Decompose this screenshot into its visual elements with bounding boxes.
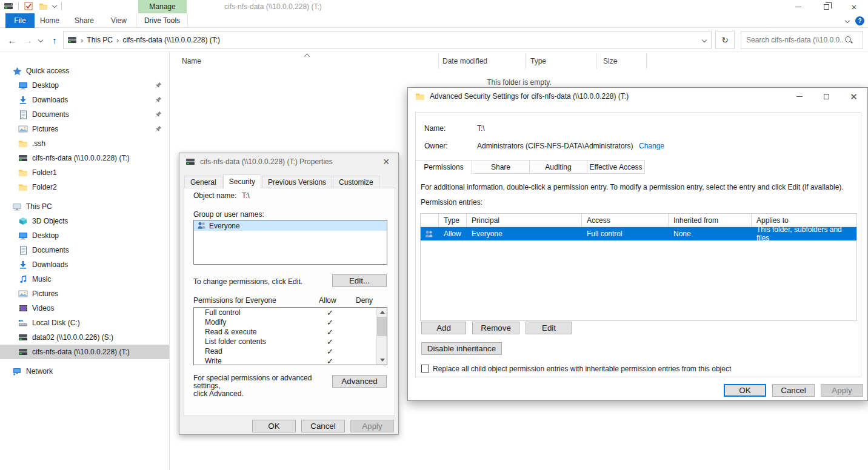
scroll-up-icon[interactable] — [377, 308, 387, 317]
sidebar-item-network[interactable]: Network — [0, 364, 169, 379]
name-value: T:\ — [477, 124, 485, 133]
back-button[interactable]: ← — [5, 28, 19, 52]
sidebar-item-documents[interactable]: Documents — [0, 107, 169, 122]
address-dropdown-chevron-icon[interactable] — [702, 38, 707, 42]
sidebar-item-ssh[interactable]: .ssh — [0, 136, 169, 151]
ok-button[interactable]: OK — [724, 384, 766, 397]
permissions-list[interactable]: Full control ✓ Modify ✓ Read & execute ✓… — [193, 307, 387, 365]
scrollbar[interactable] — [376, 308, 387, 365]
apply-button: Apply — [350, 420, 394, 432]
qat-dropdown-chevron-icon[interactable] — [52, 2, 57, 7]
permission-row-full-control[interactable]: Full control ✓ — [194, 308, 387, 317]
search-box[interactable] — [741, 31, 863, 49]
column-header-name[interactable]: Name — [182, 53, 201, 69]
tab-security[interactable]: Security — [223, 174, 261, 188]
close-icon: × — [852, 2, 857, 12]
sidebar-item-music[interactable]: Music — [0, 272, 169, 286]
sidebar-item-pictures-pc[interactable]: Pictures — [0, 286, 169, 301]
refresh-button[interactable]: ↻ — [715, 31, 735, 49]
sidebar-item-desktop[interactable]: Desktop — [0, 78, 169, 93]
tab-previous-versions[interactable]: Previous Versions — [262, 176, 332, 188]
close-button[interactable]: ✕ — [840, 88, 867, 105]
sidebar-item-data02[interactable]: data02 (\\10.0.0.226) (S:) — [0, 330, 169, 345]
advanced-note: For special permissions or advanced sett… — [193, 374, 330, 398]
maximize-button[interactable] — [813, 88, 840, 105]
minimize-button[interactable] — [786, 88, 813, 105]
scrollbar-thumb[interactable] — [377, 317, 387, 336]
cancel-button[interactable]: Cancel — [301, 420, 345, 432]
inherited-from-column-header[interactable]: Inherited from — [669, 214, 752, 227]
sidebar-item-downloads[interactable]: Downloads — [0, 93, 169, 107]
sidebar-item-cifs-nfs-data-pc[interactable]: cifs-nfs-data (\\10.0.0.228) (T:) — [0, 345, 169, 359]
edit-button[interactable]: Edit — [526, 322, 572, 334]
advanced-button[interactable]: Advanced — [332, 375, 387, 388]
forward-button[interactable]: → — [21, 28, 35, 52]
new-folder-button-icon[interactable] — [38, 1, 48, 11]
sidebar-item-local-disk-c[interactable]: Local Disk (C:) — [0, 316, 169, 330]
tab-drive-tools[interactable]: Drive Tools — [136, 13, 188, 28]
history-chevron-icon[interactable] — [35, 28, 46, 52]
column-header-date-modified[interactable]: Date modified — [442, 53, 487, 69]
tab-general[interactable]: General — [184, 176, 222, 188]
permission-row-read[interactable]: Read ✓ — [194, 346, 387, 356]
sidebar-item-folder1[interactable]: Folder1 — [0, 165, 169, 180]
sidebar-item-desktop-pc[interactable]: Desktop — [0, 228, 169, 243]
properties-button-icon[interactable] — [24, 1, 33, 11]
help-icon[interactable]: ? — [855, 16, 864, 25]
close-button[interactable]: ✕ — [374, 153, 398, 170]
scroll-down-icon[interactable] — [377, 356, 387, 365]
breadcrumb[interactable]: › This PC › cifs-nfs-data (\\10.0.0.228)… — [63, 31, 712, 49]
sidebar-item-3d-objects[interactable]: 3D Objects — [0, 214, 169, 228]
sidebar-item-quick-access[interactable]: Quick access — [0, 64, 169, 78]
ribbon-contextual-header-manage[interactable]: Manage — [138, 0, 187, 13]
tab-home[interactable]: Home — [35, 13, 65, 28]
sidebar-item-cifs-nfs-data[interactable]: cifs-nfs-data (\\10.0.0.228) (T:) — [0, 151, 169, 165]
tab-file[interactable]: File — [5, 13, 35, 28]
breadcrumb-current-folder[interactable]: cifs-nfs-data (\\10.0.0.228) (T:) — [122, 36, 220, 44]
cancel-button[interactable]: Cancel — [772, 384, 815, 397]
group-list[interactable]: Everyone — [193, 220, 387, 265]
object-name-value: T:\ — [242, 191, 250, 200]
sidebar-item-documents-pc[interactable]: Documents — [0, 243, 169, 257]
disable-inheritance-button[interactable]: Disable inheritance — [421, 342, 502, 355]
permission-entry-row[interactable]: Allow Everyone Full control None This fo… — [421, 227, 856, 240]
column-header-type[interactable]: Type — [530, 53, 546, 69]
permission-row-read-execute[interactable]: Read & execute ✓ — [194, 327, 387, 337]
search-input[interactable] — [741, 36, 844, 44]
tab-permissions[interactable]: Permissions — [415, 160, 472, 174]
edit-button[interactable]: Edit... — [332, 274, 387, 287]
type-column-header[interactable]: Type — [439, 214, 467, 227]
restore-button[interactable] — [812, 0, 840, 13]
tab-view[interactable]: View — [103, 13, 135, 28]
sidebar-item-downloads-pc[interactable]: Downloads — [0, 257, 169, 272]
navigation-pane: Quick access Desktop Downloads Documents… — [0, 52, 170, 470]
permission-entries-table: Type Principal Access Inherited from App… — [420, 213, 857, 321]
permission-row-modify[interactable]: Modify ✓ — [194, 317, 387, 327]
sidebar-item-this-pc[interactable]: This PC — [0, 199, 169, 214]
permission-row-list-folder-contents[interactable]: List folder contents ✓ — [194, 337, 387, 346]
tab-customize[interactable]: Customize — [333, 176, 379, 188]
change-owner-link[interactable]: Change — [639, 142, 664, 150]
list-item-everyone[interactable]: Everyone — [194, 220, 387, 231]
add-button[interactable]: Add — [421, 322, 466, 334]
permission-row-write[interactable]: Write ✓ — [194, 356, 387, 365]
tab-effective-access[interactable]: Effective Access — [587, 160, 645, 174]
remove-button[interactable]: Remove — [472, 322, 519, 334]
tab-auditing[interactable]: Auditing — [529, 160, 587, 174]
close-button[interactable]: × — [840, 0, 868, 13]
sidebar-item-folder2[interactable]: Folder2 — [0, 180, 169, 194]
pin-icon — [155, 125, 162, 134]
tab-share[interactable]: Share — [472, 160, 530, 174]
replace-permissions-checkbox[interactable] — [421, 365, 429, 372]
principal-column-header[interactable]: Principal — [467, 214, 582, 227]
minimize-button[interactable] — [784, 0, 812, 13]
access-column-header[interactable]: Access — [582, 214, 669, 227]
ok-button[interactable]: OK — [252, 420, 296, 432]
column-header-size[interactable]: Size — [603, 53, 617, 69]
up-button[interactable]: ↑ — [47, 28, 62, 52]
sidebar-item-videos[interactable]: Videos — [0, 301, 169, 316]
tab-share[interactable]: Share — [68, 13, 101, 28]
sidebar-item-pictures[interactable]: Pictures — [0, 122, 169, 136]
breadcrumb-this-pc[interactable]: This PC — [87, 36, 113, 44]
ribbon-collapse-chevron-icon[interactable] — [845, 18, 850, 23]
